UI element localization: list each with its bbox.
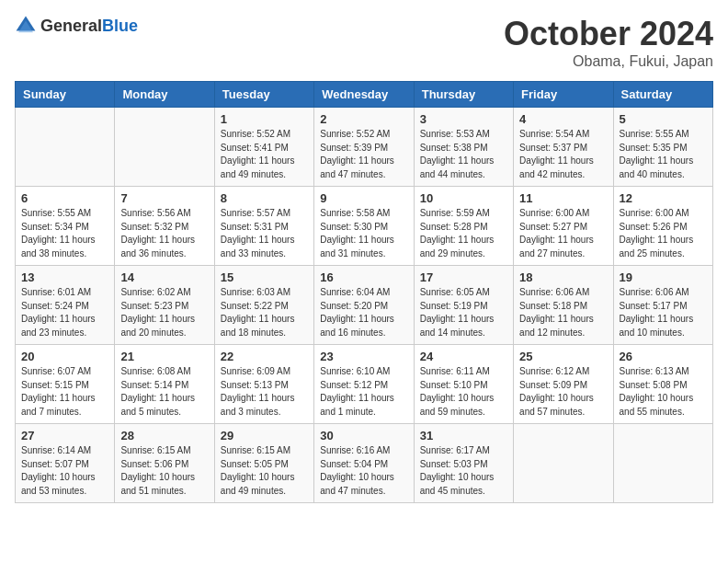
- day-content: Sunrise: 5:54 AM Sunset: 5:37 PM Dayligh…: [519, 128, 607, 181]
- day-number: 16: [320, 270, 407, 284]
- calendar-cell: 5Sunrise: 5:55 AM Sunset: 5:35 PM Daylig…: [613, 108, 712, 187]
- logo: GeneralBlue: [15, 15, 138, 37]
- day-number: 14: [120, 270, 208, 284]
- logo-icon: [15, 15, 37, 37]
- day-content: Sunrise: 6:12 AM Sunset: 5:09 PM Dayligh…: [519, 365, 607, 419]
- calendar-cell: 25Sunrise: 6:12 AM Sunset: 5:09 PM Dayli…: [514, 345, 613, 424]
- day-content: Sunrise: 6:07 AM Sunset: 5:15 PM Dayligh…: [21, 365, 108, 419]
- day-content: Sunrise: 6:09 AM Sunset: 5:13 PM Dayligh…: [221, 365, 308, 419]
- calendar-cell: 3Sunrise: 5:53 AM Sunset: 5:38 PM Daylig…: [414, 108, 513, 187]
- calendar-cell: 26Sunrise: 6:13 AM Sunset: 5:08 PM Dayli…: [613, 345, 712, 424]
- day-content: Sunrise: 6:06 AM Sunset: 5:18 PM Dayligh…: [519, 286, 607, 339]
- week-row-2: 6Sunrise: 5:55 AM Sunset: 5:34 PM Daylig…: [16, 187, 713, 266]
- day-content: Sunrise: 6:16 AM Sunset: 5:04 PM Dayligh…: [320, 444, 407, 498]
- day-number: 28: [120, 429, 208, 442]
- day-content: Sunrise: 5:56 AM Sunset: 5:32 PM Dayligh…: [120, 207, 208, 260]
- calendar-cell: 29Sunrise: 6:15 AM Sunset: 5:05 PM Dayli…: [214, 424, 313, 503]
- calendar-table: SundayMondayTuesdayWednesdayThursdayFrid…: [15, 81, 713, 503]
- calendar-cell: 6Sunrise: 5:55 AM Sunset: 5:34 PM Daylig…: [16, 187, 115, 266]
- calendar-cell: 11Sunrise: 6:00 AM Sunset: 5:27 PM Dayli…: [514, 187, 613, 266]
- day-number: 19: [620, 270, 707, 284]
- day-number: 11: [519, 191, 607, 205]
- calendar-cell: 30Sunrise: 6:16 AM Sunset: 5:04 PM Dayli…: [314, 424, 414, 503]
- weekday-header-row: SundayMondayTuesdayWednesdayThursdayFrid…: [16, 82, 713, 108]
- day-content: Sunrise: 6:08 AM Sunset: 5:14 PM Dayligh…: [120, 365, 208, 419]
- day-number: 20: [21, 350, 108, 363]
- day-number: 21: [120, 350, 208, 363]
- calendar-cell: 18Sunrise: 6:06 AM Sunset: 5:18 PM Dayli…: [514, 266, 613, 345]
- day-content: Sunrise: 6:05 AM Sunset: 5:19 PM Dayligh…: [420, 286, 507, 339]
- day-content: Sunrise: 6:01 AM Sunset: 5:24 PM Dayligh…: [21, 286, 108, 339]
- calendar-cell: [115, 108, 214, 187]
- day-content: Sunrise: 6:17 AM Sunset: 5:03 PM Dayligh…: [420, 444, 507, 498]
- day-content: Sunrise: 6:15 AM Sunset: 5:05 PM Dayligh…: [221, 444, 308, 498]
- day-number: 10: [420, 191, 507, 205]
- weekday-sunday: Sunday: [16, 82, 115, 108]
- day-number: 17: [420, 270, 507, 284]
- calendar-cell: 23Sunrise: 6:10 AM Sunset: 5:12 PM Dayli…: [314, 345, 414, 424]
- calendar-cell: 17Sunrise: 6:05 AM Sunset: 5:19 PM Dayli…: [414, 266, 513, 345]
- day-number: 6: [21, 191, 108, 205]
- day-content: Sunrise: 5:59 AM Sunset: 5:28 PM Dayligh…: [420, 207, 507, 260]
- day-content: Sunrise: 5:55 AM Sunset: 5:35 PM Dayligh…: [620, 128, 707, 181]
- calendar-cell: 2Sunrise: 5:52 AM Sunset: 5:39 PM Daylig…: [314, 108, 414, 187]
- day-number: 29: [221, 429, 308, 442]
- calendar-cell: 24Sunrise: 6:11 AM Sunset: 5:10 PM Dayli…: [414, 345, 513, 424]
- day-number: 2: [320, 112, 407, 126]
- day-content: Sunrise: 6:10 AM Sunset: 5:12 PM Dayligh…: [320, 365, 407, 419]
- calendar-cell: 31Sunrise: 6:17 AM Sunset: 5:03 PM Dayli…: [414, 424, 513, 503]
- day-number: 1: [221, 112, 308, 126]
- calendar-cell: 21Sunrise: 6:08 AM Sunset: 5:14 PM Dayli…: [115, 345, 214, 424]
- day-number: 5: [620, 112, 707, 126]
- calendar-cell: 22Sunrise: 6:09 AM Sunset: 5:13 PM Dayli…: [214, 345, 313, 424]
- day-content: Sunrise: 6:06 AM Sunset: 5:17 PM Dayligh…: [620, 286, 707, 339]
- calendar-subtitle: Obama, Fukui, Japan: [504, 53, 713, 70]
- day-number: 31: [420, 429, 507, 442]
- week-row-3: 13Sunrise: 6:01 AM Sunset: 5:24 PM Dayli…: [16, 266, 713, 345]
- calendar-cell: 12Sunrise: 6:00 AM Sunset: 5:26 PM Dayli…: [613, 187, 712, 266]
- day-number: 27: [21, 429, 108, 442]
- calendar-cell: 28Sunrise: 6:15 AM Sunset: 5:06 PM Dayli…: [115, 424, 214, 503]
- day-content: Sunrise: 5:52 AM Sunset: 5:41 PM Dayligh…: [221, 128, 308, 181]
- day-content: Sunrise: 6:14 AM Sunset: 5:07 PM Dayligh…: [21, 444, 108, 498]
- day-number: 12: [620, 191, 707, 205]
- calendar-cell: 19Sunrise: 6:06 AM Sunset: 5:17 PM Dayli…: [613, 266, 712, 345]
- day-number: 9: [320, 191, 407, 205]
- calendar-cell: [514, 424, 613, 503]
- calendar-title: October 2024: [504, 15, 713, 53]
- title-block: October 2024 Obama, Fukui, Japan: [504, 15, 713, 70]
- calendar-cell: 27Sunrise: 6:14 AM Sunset: 5:07 PM Dayli…: [16, 424, 115, 503]
- day-number: 7: [120, 191, 208, 205]
- weekday-friday: Friday: [514, 82, 613, 108]
- weekday-thursday: Thursday: [414, 82, 513, 108]
- day-content: Sunrise: 5:58 AM Sunset: 5:30 PM Dayligh…: [320, 207, 407, 260]
- day-number: 8: [221, 191, 308, 205]
- day-number: 13: [21, 270, 108, 284]
- day-number: 26: [620, 350, 707, 363]
- weekday-monday: Monday: [115, 82, 214, 108]
- calendar-cell: 14Sunrise: 6:02 AM Sunset: 5:23 PM Dayli…: [115, 266, 214, 345]
- page-header: GeneralBlue October 2024 Obama, Fukui, J…: [15, 15, 713, 70]
- weekday-wednesday: Wednesday: [314, 82, 414, 108]
- day-content: Sunrise: 5:57 AM Sunset: 5:31 PM Dayligh…: [221, 207, 308, 260]
- calendar-cell: 8Sunrise: 5:57 AM Sunset: 5:31 PM Daylig…: [214, 187, 313, 266]
- day-number: 30: [320, 429, 407, 442]
- calendar-cell: [16, 108, 115, 187]
- calendar-cell: 16Sunrise: 6:04 AM Sunset: 5:20 PM Dayli…: [314, 266, 414, 345]
- day-content: Sunrise: 6:04 AM Sunset: 5:20 PM Dayligh…: [320, 286, 407, 339]
- logo-blue: Blue: [102, 17, 138, 35]
- day-content: Sunrise: 6:11 AM Sunset: 5:10 PM Dayligh…: [420, 365, 507, 419]
- day-content: Sunrise: 5:53 AM Sunset: 5:38 PM Dayligh…: [420, 128, 507, 181]
- weekday-saturday: Saturday: [613, 82, 712, 108]
- day-content: Sunrise: 6:15 AM Sunset: 5:06 PM Dayligh…: [120, 444, 208, 498]
- day-content: Sunrise: 6:03 AM Sunset: 5:22 PM Dayligh…: [221, 286, 308, 339]
- day-number: 24: [420, 350, 507, 363]
- calendar-cell: 13Sunrise: 6:01 AM Sunset: 5:24 PM Dayli…: [16, 266, 115, 345]
- day-number: 18: [519, 270, 607, 284]
- week-row-5: 27Sunrise: 6:14 AM Sunset: 5:07 PM Dayli…: [16, 424, 713, 503]
- week-row-4: 20Sunrise: 6:07 AM Sunset: 5:15 PM Dayli…: [16, 345, 713, 424]
- day-content: Sunrise: 6:00 AM Sunset: 5:26 PM Dayligh…: [620, 207, 707, 260]
- calendar-cell: 1Sunrise: 5:52 AM Sunset: 5:41 PM Daylig…: [214, 108, 313, 187]
- calendar-cell: [613, 424, 712, 503]
- day-content: Sunrise: 6:13 AM Sunset: 5:08 PM Dayligh…: [620, 365, 707, 419]
